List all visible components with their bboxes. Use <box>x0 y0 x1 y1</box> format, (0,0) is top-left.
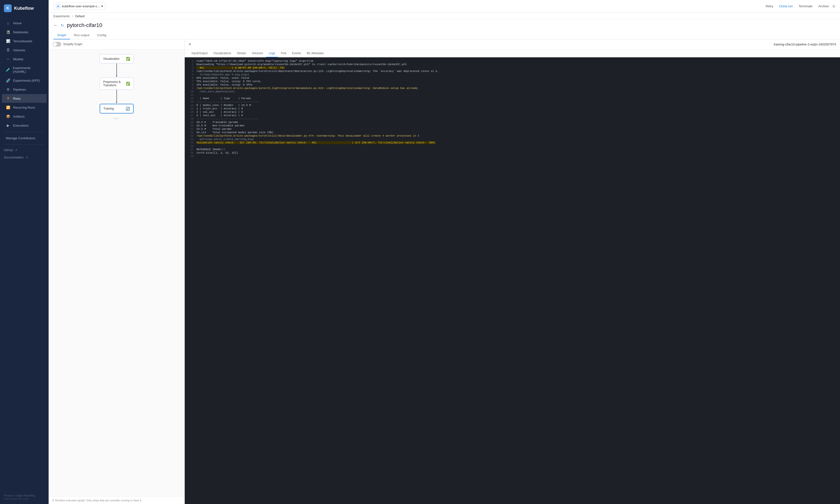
sidebar-item-experiments-kfp[interactable]: 🧬 Experiments (KFP) <box>2 76 47 85</box>
log-line-number: 3 <box>187 66 194 69</box>
log-line: 24 warnings.warn(_create_warning_msg( <box>185 138 840 141</box>
log-line-number: 14 <box>187 104 194 107</box>
sidebar-item-recurring-runs[interactable]: 🔁 Recurring Runs <box>2 103 47 112</box>
sidebar-item-github[interactable]: GitHub ↗ <box>0 146 49 154</box>
sidebar-divider-2 <box>4 144 45 145</box>
sidebar-item-home[interactable]: ⌂ Home <box>2 19 47 28</box>
home-icon: ⌂ <box>6 21 10 25</box>
log-line-number: 12 <box>187 97 194 100</box>
tab-config[interactable]: Config <box>93 31 110 39</box>
sidebar-item-executions[interactable]: ▶ Executions <box>2 121 47 130</box>
logout-button[interactable]: ⎋ <box>833 4 835 8</box>
sidebar-item-experiments-automl[interactable]: 🧪 Experiments (AutoML) <box>2 64 47 76</box>
pipeline-node-preprocess[interactable]: Preprocess &Transform ✅ <box>100 77 134 90</box>
topbar: ◈ kubeflow-user-example-c... ▾ Retry Clo… <box>49 0 840 13</box>
log-line-text: --------------------------------------- <box>196 118 259 120</box>
sidebar-item-artifacts[interactable]: 📦 Artifacts <box>2 112 47 121</box>
runs-icon: 🏃 <box>6 96 10 101</box>
log-line-number: 22 <box>187 131 194 134</box>
breadcrumb-experiments[interactable]: Experiments <box>53 15 70 18</box>
usage-reporting-link[interactable]: Usage Reporting <box>15 494 35 497</box>
log-tab-volumes[interactable]: Volumes <box>249 50 266 57</box>
toggle-knob <box>53 42 57 46</box>
pipeline-node-training[interactable]: Training 🔄 <box>100 104 134 113</box>
log-line-text: | Name | Type | Params <box>196 97 251 100</box>
sidebar-item-notebooks[interactable]: 📓 Notebooks <box>2 28 47 36</box>
artifacts-icon: 📦 <box>6 114 10 118</box>
page-title: pytorch-cifar10 <box>67 22 102 29</box>
executions-icon: ▶ <box>6 123 10 127</box>
log-line: 162 | val_acc | Accuracy | 0 <box>185 110 840 114</box>
topbar-left: ◈ kubeflow-user-example-c... ▾ <box>53 3 105 10</box>
log-line-text: 23.5 M Non-trainable params <box>196 124 245 127</box>
log-tab-details[interactable]: Details <box>234 50 249 57</box>
breadcrumb: Experiments > Default <box>49 13 840 19</box>
tensorboards-icon: 📊 <box>6 39 10 43</box>
workspace-selector[interactable]: ◈ kubeflow-user-example-c... ▾ <box>53 3 105 10</box>
terminate-button[interactable]: Terminate <box>797 3 815 9</box>
sidebar-item-pipelines[interactable]: ⚙ Pipelines <box>2 85 47 94</box>
pipeline-node-visualization[interactable]: Visualization ✅ <box>100 54 134 64</box>
log-tab-logs[interactable]: Logs <box>266 50 278 57</box>
log-line: 1time="2023-10-17T18:57:03.256Z" level=i… <box>185 59 840 63</box>
log-line: 10 rank_zero_deprecation( <box>185 90 840 93</box>
log-line: 1920.5 K Trainable params <box>185 121 840 124</box>
log-line: 26 <box>185 144 840 148</box>
log-line-number: 8 <box>187 83 194 86</box>
sidebar-item-label: Executions <box>13 124 29 127</box>
panel-area: Simplify Graph Visualization ✅ Preproces… <box>49 39 840 504</box>
node-visualization-status-icon: ✅ <box>126 57 130 61</box>
log-line: 27REFERENCE IMAGE!!! <box>185 148 840 151</box>
sidebar-logo[interactable]: K Kubeflow <box>0 0 49 17</box>
sidebar-item-tensorboards[interactable]: 📊 Tensorboards <box>2 37 47 46</box>
log-line-number: 25 <box>187 141 194 144</box>
sidebar-item-volumes[interactable]: 🗄 Volumes <box>2 46 47 54</box>
archive-button[interactable]: Archive <box>817 3 831 9</box>
log-line-number: 24 <box>187 138 194 141</box>
log-line: 6GPU available: False, used: False <box>185 76 840 80</box>
log-line: 2123.5 M Total params <box>185 127 840 131</box>
clone-run-button[interactable]: Clone run <box>777 3 794 9</box>
sidebar-item-label: Runs <box>13 97 20 101</box>
sidebar-item-runs[interactable]: 🏃 Runs <box>2 94 47 103</box>
sidebar-item-label: Volumes <box>13 48 25 52</box>
log-line-text: /opt/conda/lib/python3.8/site-packages/t… <box>196 70 439 73</box>
sidebar-item-manage-contributors[interactable]: Manage Contributors <box>2 134 47 142</box>
logo-text: Kubeflow <box>14 6 34 11</box>
log-line-number: 29 <box>187 155 194 158</box>
back-button[interactable]: ← <box>53 23 58 28</box>
simplify-graph-toggle[interactable]: Simplify Graph <box>53 42 83 47</box>
sidebar-item-documentation[interactable]: Documentation ↗ <box>0 154 49 161</box>
log-tab-input-output[interactable]: Input/Output <box>189 50 211 57</box>
external-link-icon-2: ↗ <box>25 156 28 159</box>
log-tab-events[interactable]: Events <box>289 50 304 57</box>
log-panel-title: training-cifar10-pipeline-2-wzjln-160200… <box>774 42 836 46</box>
info-icon: ℹ <box>53 499 54 502</box>
log-line-text: REFERENCE IMAGE!!! <box>196 148 225 151</box>
toggle-switch[interactable] <box>53 42 61 47</box>
log-tab-ml-metadata[interactable]: ML Metadata <box>304 50 327 57</box>
models-icon: ↔ <box>6 57 10 61</box>
log-line-text: 0%| | 0.00/97.8M [00:00<?, ?B/s] 7%| <box>196 66 285 69</box>
simplify-graph-label: Simplify Graph <box>63 42 83 46</box>
workspace-icon: ◈ <box>56 4 60 9</box>
log-line-number: 11 <box>187 93 194 96</box>
log-close-button[interactable]: × <box>189 42 191 47</box>
log-line: 25Validation sanity check: 0it [00:00, ?… <box>185 141 840 144</box>
sidebar-item-models[interactable]: ↔ Models <box>2 55 47 64</box>
log-panel-header: × training-cifar10-pipeline-2-wzjln-1602… <box>185 39 840 50</box>
log-content[interactable]: 1time="2023-10-17T18:57:03.256Z" level=i… <box>185 57 840 504</box>
log-tab-pod[interactable]: Pod <box>278 50 289 57</box>
tab-graph[interactable]: Graph <box>53 31 70 39</box>
tab-run-output[interactable]: Run output <box>70 31 93 39</box>
pipelines-icon: ⚙ <box>6 88 10 91</box>
privacy-link[interactable]: Privacy <box>4 494 13 497</box>
log-tab-visualizations[interactable]: Visualizations <box>211 50 234 57</box>
sidebar-item-label: Recurring Runs <box>13 106 35 109</box>
log-line-text: 1 | train_acc | Accuracy | 0 <box>196 107 243 110</box>
graph-toolbar: Simplify Graph <box>49 39 184 49</box>
log-line: 140 | model_conv | ResNet | 23.5 M <box>185 104 840 107</box>
retry-button[interactable]: Retry <box>764 3 775 9</box>
refresh-icon[interactable]: ↻ <box>61 23 64 28</box>
log-line: 173 | test_acc | Accuracy | 0 <box>185 114 840 117</box>
